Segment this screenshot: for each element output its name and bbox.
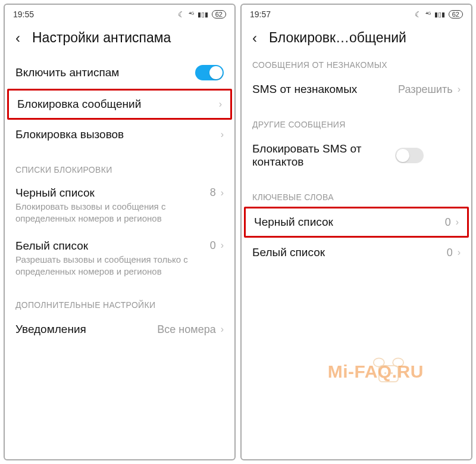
- highlight-block-messages: Блокировка сообщений ›: [7, 89, 232, 120]
- chevron-right-icon: ›: [221, 324, 224, 335]
- keyword-blacklist-count: 0: [445, 216, 451, 229]
- whitelist-row[interactable]: Белый список Разрешать вызовы и сообщени…: [15, 232, 224, 285]
- network-icon: ⁴ᴳ: [189, 11, 194, 18]
- enable-antispam-row[interactable]: Включить антиспам: [15, 57, 224, 89]
- block-calls-row[interactable]: Блокировка вызовов ›: [15, 120, 224, 150]
- blacklist-count: 8: [210, 186, 216, 199]
- whitelist-sub: Разрешать вызовы и сообщения только с оп…: [15, 254, 210, 278]
- signal-icon: ▮▯▮: [434, 11, 445, 18]
- sms-unknown-row[interactable]: SMS от незнакомых Разрешить ›: [252, 74, 461, 104]
- status-icons: ☾ ⁴ᴳ ▮▯▮ 62: [415, 10, 463, 19]
- chevron-right-icon: ›: [456, 217, 459, 228]
- section-unknown: СООБЩЕНИЯ ОТ НЕЗНАКОМЫХ: [252, 57, 461, 74]
- keyword-whitelist-count: 0: [447, 247, 453, 259]
- battery-indicator: 62: [212, 10, 226, 18]
- whitelist-title: Белый список: [15, 239, 210, 253]
- chevron-right-icon: ›: [221, 240, 224, 251]
- enable-antispam-toggle[interactable]: [195, 65, 224, 80]
- chevron-right-icon: ›: [219, 99, 222, 110]
- page-title: Блокировк…общений: [269, 30, 406, 46]
- status-icons: ☾ ⁴ᴳ ▮▯▮ 62: [178, 10, 226, 19]
- chevron-right-icon: ›: [221, 188, 224, 198]
- back-icon[interactable]: ‹: [15, 31, 20, 45]
- network-icon: ⁴ᴳ: [425, 11, 431, 18]
- notifications-row[interactable]: Уведомления Все номера ›: [15, 314, 224, 344]
- sms-unknown-label: SMS от незнакомых: [252, 83, 398, 96]
- block-calls-label: Блокировка вызовов: [15, 128, 221, 141]
- keyword-blacklist-label: Черный список: [254, 216, 445, 229]
- chevron-right-icon: ›: [221, 129, 224, 140]
- chevron-right-icon: ›: [458, 247, 461, 258]
- keyword-whitelist-row[interactable]: Белый список 0 ›: [252, 238, 461, 267]
- back-icon[interactable]: ‹: [252, 31, 257, 45]
- section-additional: ДОПОЛНИТЕЛЬНЫЕ НАСТРОЙКИ: [15, 285, 224, 314]
- status-time: 19:57: [250, 10, 271, 19]
- section-keywords: КЛЮЧЕВЫЕ СЛОВА: [252, 177, 461, 207]
- header: ‹ Блокировк…общений: [242, 21, 471, 57]
- dnd-icon: ☾: [415, 10, 422, 19]
- phone-right: 19:57 ☾ ⁴ᴳ ▮▯▮ 62 ‹ Блокировк…общений СО…: [240, 4, 472, 460]
- status-bar: 19:57 ☾ ⁴ᴳ ▮▯▮ 62: [242, 5, 471, 21]
- block-sms-contacts-toggle[interactable]: [395, 148, 424, 163]
- blacklist-title: Черный список: [15, 186, 210, 200]
- block-messages-row[interactable]: Блокировка сообщений ›: [17, 91, 222, 118]
- battery-indicator: 62: [449, 10, 463, 18]
- whitelist-count: 0: [210, 239, 216, 252]
- keyword-blacklist-row[interactable]: Черный список 0 ›: [254, 208, 459, 236]
- blacklist-sub: Блокировать вызовы и сообщения с определ…: [15, 201, 210, 225]
- section-blocklists: СПИСКИ БЛОКИРОВКИ: [15, 150, 224, 179]
- section-other: ДРУГИЕ СООБЩЕНИЯ: [252, 104, 461, 134]
- notifications-value: Все номера: [157, 323, 215, 336]
- enable-antispam-label: Включить антиспам: [15, 66, 195, 79]
- block-messages-label: Блокировка сообщений: [17, 98, 219, 111]
- highlight-keyword-blacklist: Черный список 0 ›: [244, 207, 469, 238]
- status-bar: 19:55 ☾ ⁴ᴳ ▮▯▮ 62: [5, 5, 234, 21]
- dnd-icon: ☾: [178, 10, 185, 19]
- block-sms-contacts-row[interactable]: Блокировать SMS от контактов: [252, 134, 461, 177]
- status-time: 19:55: [13, 10, 34, 19]
- header: ‹ Настройки антиспама: [5, 21, 234, 57]
- sms-unknown-value: Разрешить: [398, 83, 453, 96]
- blacklist-row[interactable]: Черный список Блокировать вызовы и сообщ…: [15, 179, 224, 232]
- keyword-whitelist-label: Белый список: [252, 246, 447, 259]
- content: СООБЩЕНИЯ ОТ НЕЗНАКОМЫХ SMS от незнакомы…: [242, 57, 471, 459]
- block-sms-contacts-label: Блокировать SMS от контактов: [252, 142, 395, 169]
- phone-left: 19:55 ☾ ⁴ᴳ ▮▯▮ 62 ‹ Настройки антиспама …: [4, 4, 236, 460]
- content: Включить антиспам Блокировка сообщений ›…: [5, 57, 234, 459]
- page-title: Настройки антиспама: [32, 30, 171, 46]
- notifications-label: Уведомления: [15, 323, 157, 336]
- chevron-right-icon: ›: [458, 84, 461, 95]
- signal-icon: ▮▯▮: [198, 11, 208, 18]
